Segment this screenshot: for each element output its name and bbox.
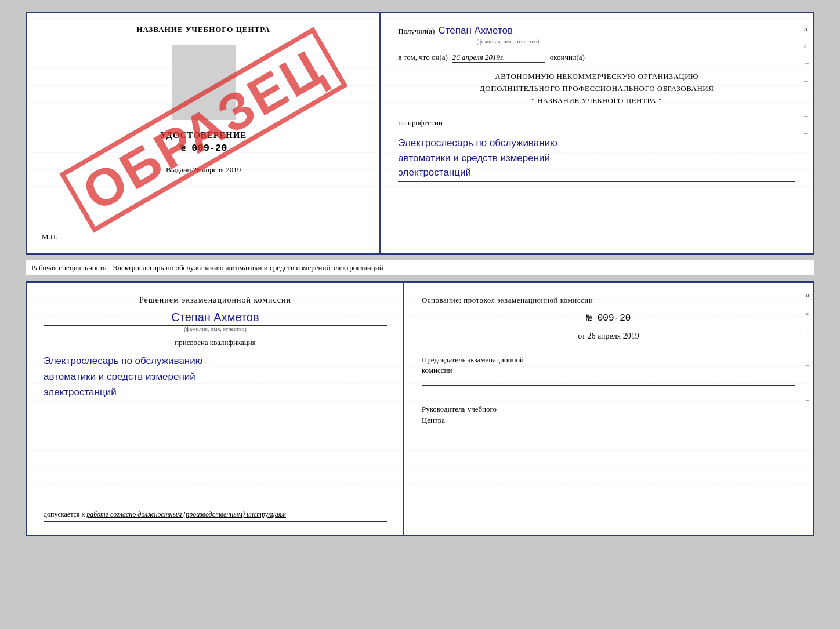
bottom-person-block: Степан Ахметов (фамилия, имя, отчество) — [44, 311, 387, 332]
qual-line1: Электрослесарь по обслуживанию — [44, 353, 387, 369]
basis-title: Основание: протокол экзаменационной коми… — [422, 296, 795, 305]
protocol-number: № 009-20 — [422, 313, 795, 323]
protocol-date: от 26 апреля 2019 — [422, 332, 795, 341]
org-line2: ДОПОЛНИТЕЛЬНОГО ПРОФЕССИОНАЛЬНОГО ОБРАЗО… — [398, 83, 795, 95]
diploma-bottom-right: Основание: протокол экзаменационной коми… — [404, 283, 813, 535]
dash-after-name: – — [581, 27, 586, 36]
recipient-name: Степан Ахметов — [438, 25, 577, 38]
date-intro: в том, что он(а) — [398, 53, 448, 62]
separator-text: Рабочая специальность - Электрослесарь п… — [26, 260, 814, 275]
diploma-bottom: Решением экзаменационной комиссии Степан… — [26, 281, 814, 536]
profession-label: по профессии — [398, 118, 795, 128]
org-center-name: " НАЗВАНИЕ УЧЕБНОГО ЦЕНТРА " — [398, 95, 795, 107]
chairman-label: Председатель экзаменационной комиссии — [422, 355, 795, 376]
profession-line1: Электрослесарь по обслуживанию — [398, 136, 795, 151]
org-line1: АВТОНОМНУЮ НЕКОММЕРЧЕСКУЮ ОРГАНИЗАЦИЮ — [398, 71, 795, 83]
certificate-number: № 009-20 — [180, 143, 227, 154]
allowed-text-value: работе согласно должностным (производств… — [86, 510, 286, 518]
allowed-prefix: допускается к — [44, 510, 85, 518]
diploma-right: Получил(а) Степан Ахметов (фамилия, имя,… — [381, 13, 813, 253]
commission-title: Решением экзаменационной комиссии — [44, 296, 387, 305]
center-name-top: НАЗВАНИЕ УЧЕБНОГО ЦЕНТРА — [136, 25, 270, 34]
right-margin-bottom: и а ← – – – – — [806, 292, 812, 403]
certificate-title: УДОСТОВЕРЕНИЕ — [160, 130, 247, 140]
head-label: Руководитель учебного Центра — [422, 404, 795, 425]
issued-date-line: Выдано 26 апреля 2019 — [166, 165, 241, 174]
allowed-text: допускается к работе согласно должностны… — [44, 504, 387, 519]
bottom-sig-line — [44, 521, 387, 522]
diploma-bottom-wrapper: Решением экзаменационной комиссии Степан… — [26, 280, 814, 536]
document-wrapper: НАЗВАНИЕ УЧЕБНОГО ЦЕНТРА УДОСТОВЕРЕНИЕ №… — [26, 12, 814, 536]
person-name-bottom: Степан Ахметов — [44, 311, 387, 326]
head-sig-line — [422, 435, 795, 435]
org-block: АВТОНОМНУЮ НЕКОММЕРЧЕСКУЮ ОРГАНИЗАЦИЮ ДО… — [398, 71, 795, 107]
qual-line2: автоматики и средств измерений — [44, 369, 387, 384]
name-sub: (фамилия, имя, отчество) — [438, 38, 577, 45]
qualification-label: присвоена квалификация — [44, 338, 387, 347]
date-value: 26 апреля 2019г. — [452, 53, 545, 63]
profession-value: Электрослесарь по обслуживанию автоматик… — [398, 136, 795, 182]
right-margin-top: и а ← – – – – — [804, 25, 810, 136]
diploma-bottom-left: Решением экзаменационной комиссии Степан… — [27, 283, 404, 535]
profession-line2: автоматики и средств измерений — [398, 151, 795, 166]
recipient-line: Получил(а) Степан Ахметов (фамилия, имя,… — [398, 25, 795, 45]
received-label: Получил(а) — [398, 27, 435, 36]
mp-line: М.П. — [42, 227, 57, 242]
issued-label: Выдано — [166, 165, 191, 174]
diploma-top: НАЗВАНИЕ УЧЕБНОГО ЦЕНТРА УДОСТОВЕРЕНИЕ №… — [26, 12, 814, 255]
qualification-value: Электрослесарь по обслуживанию автоматик… — [44, 353, 387, 402]
diploma-top-wrapper: НАЗВАНИЕ УЧЕБНОГО ЦЕНТРА УДОСТОВЕРЕНИЕ №… — [26, 12, 814, 255]
allowed-block: допускается к работе согласно должностны… — [44, 495, 387, 522]
protocol-date-prefix: от — [578, 332, 585, 340]
protocol-date-value: 26 апреля 2019 — [588, 332, 639, 340]
person-name-sub: (фамилия, имя, отчество) — [44, 326, 387, 332]
date-suffix: окончил(а) — [550, 53, 585, 62]
profession-line3: электростанций — [398, 165, 795, 180]
head-block: Руководитель учебного Центра — [422, 404, 795, 439]
qual-line3: электростанций — [44, 384, 387, 400]
chairman-block: Председатель экзаменационной комиссии — [422, 355, 795, 390]
chairman-sig-line — [422, 385, 795, 386]
issued-date: 26 апреля 2019 — [193, 165, 241, 174]
photo-placeholder — [172, 45, 236, 120]
diploma-left: НАЗВАНИЕ УЧЕБНОГО ЦЕНТРА УДОСТОВЕРЕНИЕ №… — [27, 13, 381, 253]
date-line: в том, что он(а) 26 апреля 2019г. окончи… — [398, 53, 795, 63]
